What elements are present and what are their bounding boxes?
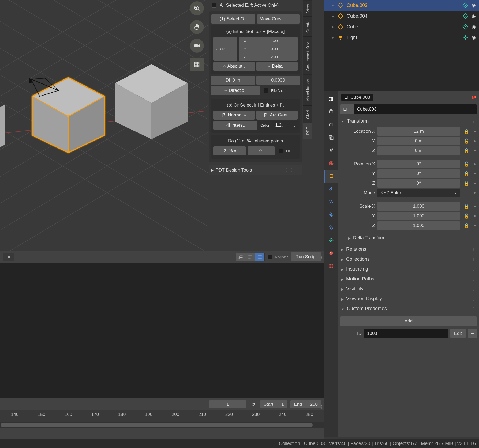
breadcrumb-item[interactable]: Cube.003 <box>341 94 373 101</box>
keyframe-dot[interactable] <box>474 206 476 207</box>
syntax-toggle[interactable] <box>255 253 265 261</box>
all-selected-checkbox[interactable] <box>212 3 216 8</box>
keyframe-dot[interactable] <box>474 150 476 151</box>
disclosure-icon[interactable]: ▶ <box>332 36 334 39</box>
inters-button[interactable]: |4| Inters.. <box>213 121 257 130</box>
ptab-object[interactable] <box>324 170 338 183</box>
location-z-field[interactable]: 0 m <box>377 146 460 155</box>
disclosure-icon[interactable]: ▶ <box>332 14 334 18</box>
normal-button[interactable]: |3| Normal » <box>213 111 255 120</box>
ptab-modifiers[interactable] <box>324 183 338 195</box>
editor-splitter-icon[interactable]: ⟨ <box>321 255 323 260</box>
lock-icon[interactable]: 🔓 <box>462 129 470 134</box>
zoom-icon[interactable] <box>190 1 204 15</box>
lock-icon[interactable]: 🔓 <box>462 148 470 154</box>
tab-create[interactable]: Create <box>303 17 312 37</box>
viewport-display-header[interactable]: Viewport Display⋮⋮⋮ <box>340 294 477 304</box>
ptab-particles[interactable] <box>324 195 338 208</box>
delta-button[interactable]: ✧ Delta » <box>256 62 298 71</box>
lock-icon[interactable]: 🔓 <box>462 161 470 167</box>
direction-button[interactable]: ✧ Directio.. <box>211 86 260 95</box>
visibility-icon[interactable]: ◉ <box>471 2 476 8</box>
motion-paths-header[interactable]: Motion Paths⋮⋮⋮ <box>340 274 477 284</box>
ptab-texture[interactable] <box>324 260 338 272</box>
line-numbers-toggle[interactable]: 12 <box>236 253 245 261</box>
visibility-icon[interactable]: ◉ <box>471 35 476 40</box>
coord-z[interactable]: Z2.00 <box>239 53 298 61</box>
scale-y-field[interactable]: 1.000 <box>377 212 460 220</box>
select-op-button[interactable]: (1) Select O.. <box>211 14 255 24</box>
grip-icon[interactable]: ⋮⋮⋮ <box>285 167 300 173</box>
mesh-data-icon[interactable] <box>462 2 468 8</box>
keyframe-dot[interactable] <box>474 215 476 217</box>
remove-button[interactable]: − <box>468 329 477 338</box>
outliner-row-cube[interactable]: ▶ Cube ◉ <box>324 21 479 32</box>
location-y-field[interactable]: 0 m <box>377 137 460 145</box>
pdt-design-tools-header[interactable]: ▶ PDT Design Tools ⋮⋮⋮ <box>209 165 302 175</box>
datablock-icon[interactable] <box>340 104 354 114</box>
instancing-header[interactable]: Instancing⋮⋮⋮ <box>340 264 477 274</box>
keyframe-dot[interactable] <box>474 225 476 226</box>
outliner-row-light[interactable]: ▶ Light ◉ <box>324 32 479 43</box>
edit-button[interactable]: Edit <box>450 329 466 338</box>
timeline-scrollbar[interactable] <box>0 422 324 428</box>
scale-z-field[interactable]: 1.000 <box>377 221 460 230</box>
rotation-x-field[interactable]: 0° <box>377 160 460 168</box>
ptab-material[interactable] <box>324 247 338 260</box>
stopwatch-icon[interactable]: ⏱ <box>249 403 257 407</box>
collections-header[interactable]: Collections⋮⋮⋮ <box>340 254 477 264</box>
mesh-data-icon[interactable] <box>462 24 468 30</box>
coord-y[interactable]: Y0.00 <box>239 45 298 53</box>
pin-icon[interactable]: 📌 <box>469 94 477 101</box>
lock-icon[interactable]: 🔓 <box>462 213 470 219</box>
fli-checkbox[interactable] <box>279 149 283 153</box>
viewport-3d[interactable] <box>0 0 208 251</box>
transform-header[interactable]: Transform ⋮⋮⋮ <box>340 116 477 126</box>
di-field-2[interactable]: 0.0000 <box>256 76 300 85</box>
timeline-ruler[interactable]: 140 150 160 170 180 190 200 210 220 230 … <box>0 410 324 422</box>
text-editor[interactable]: ✕ 12 Register Run Script <box>0 251 324 398</box>
custom-props-header[interactable]: Custom Properties⋮⋮⋮ <box>340 304 477 314</box>
lock-icon[interactable]: 🔓 <box>462 171 470 177</box>
relations-header[interactable]: Relations⋮⋮⋮ <box>340 244 477 254</box>
tab-pdt[interactable]: PDT <box>303 123 312 139</box>
ptab-constraints[interactable] <box>324 221 338 234</box>
move-cursor-dropdown[interactable]: Move Curs.. <box>257 14 300 24</box>
location-x-field[interactable]: 12 m <box>377 127 460 136</box>
disclosure-icon[interactable]: ▶ <box>332 4 334 7</box>
add-property-button[interactable]: Add <box>340 316 477 326</box>
rotation-mode-select[interactable]: XYZ Euler⌄ <box>377 189 460 197</box>
ptab-world[interactable] <box>324 157 338 170</box>
keyframe-dot[interactable] <box>474 131 476 132</box>
mesh-data-icon[interactable] <box>462 13 468 19</box>
tab-screencast[interactable]: Screencast Keys <box>303 37 312 75</box>
cube-secondary[interactable] <box>110 59 193 145</box>
ptab-scene[interactable] <box>324 144 338 157</box>
outliner-row-cube004[interactable]: ▶ Cube.004 ◉ <box>324 11 479 21</box>
absolute-button[interactable]: ✧ Absolut.. <box>213 62 255 71</box>
hand-icon[interactable] <box>190 20 204 34</box>
lock-icon[interactable]: 🔓 <box>462 223 470 229</box>
flip-checkbox[interactable] <box>264 88 268 93</box>
ptab-options[interactable] <box>324 93 338 105</box>
keyframe-dot[interactable] <box>474 183 476 184</box>
tab-view[interactable]: View <box>303 0 312 17</box>
di-field[interactable]: Di 0 m <box>211 76 255 85</box>
current-frame-field[interactable]: 1 <box>209 400 246 408</box>
rotation-z-field[interactable]: 0° <box>377 179 460 188</box>
lock-icon[interactable]: 🔓 <box>462 181 470 186</box>
arc-button[interactable]: |3| Arc Cent.. <box>256 111 298 120</box>
word-wrap-toggle[interactable] <box>245 253 255 261</box>
object-name-input[interactable] <box>354 104 477 114</box>
ptab-viewlayer[interactable] <box>324 131 338 144</box>
rotation-y-field[interactable]: 0° <box>377 169 460 178</box>
visibility-icon[interactable]: ◉ <box>471 13 476 19</box>
pct-field[interactable]: 0. <box>248 146 275 155</box>
order-dropdown[interactable]: 1,2, <box>272 121 298 130</box>
ptab-render[interactable] <box>324 105 338 118</box>
coord-x[interactable]: X1.00 <box>239 37 298 45</box>
keyframe-dot[interactable] <box>474 192 476 194</box>
lock-icon[interactable]: 🔓 <box>462 138 470 144</box>
visibility-header[interactable]: Visibility⋮⋮⋮ <box>340 284 477 294</box>
keyframe-dot[interactable] <box>474 163 476 165</box>
